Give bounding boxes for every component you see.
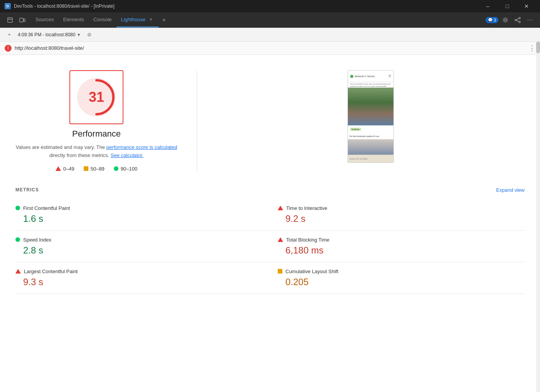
tab-close-icon[interactable]: ✕ — [148, 17, 154, 23]
metric-fcp-header: First Contentful Paint — [15, 205, 255, 211]
tabs-container: Sources Elements Console Lighthouse ✕ + — [31, 12, 483, 27]
legend-item-90-100: 90–100 — [114, 166, 137, 172]
metrics-section: METRICS Expand view First Contentful Pai… — [15, 183, 525, 298]
legend-item-50-89: 50–89 — [84, 166, 105, 172]
tab-console[interactable]: Console — [89, 12, 116, 27]
metric-lcp-header: Largest Contentful Paint — [15, 269, 255, 274]
metric-tti-dot — [278, 206, 283, 210]
address-bar: + 4:09:36 PM - localhost:8080 ▼ ⊘ — [0, 28, 540, 42]
settings-icon[interactable] — [500, 15, 511, 25]
metric-cls-name: Cumulative Layout Shift — [285, 269, 338, 274]
tab-lighthouse[interactable]: Lighthouse ✕ — [116, 12, 159, 27]
tab-elements[interactable]: Elements — [59, 12, 89, 27]
device-toolbar-icon[interactable] — [17, 15, 28, 25]
stop-button[interactable]: ⊘ — [85, 30, 94, 39]
new-tab-button[interactable]: + — [5, 30, 14, 39]
metric-si: Speed Index 2.8 s — [15, 231, 270, 262]
tab-bar: Sources Elements Console Lighthouse ✕ + … — [0, 12, 540, 28]
metric-lcp-dot — [15, 269, 21, 274]
screenshot-area: MARGIE'S TRAVEL ☰ Discover beautiful Cor… — [216, 70, 525, 163]
screenshot-tagline: Discover beautiful Corsica, where stunni… — [348, 82, 393, 88]
metric-cls: Cumulative Layout Shift 0.205 — [270, 262, 525, 294]
metric-cls-dot — [278, 269, 282, 274]
metric-fcp-value: 1.6 s — [15, 213, 255, 224]
screenshot-mid: bookings — [348, 125, 393, 133]
svg-point-5 — [503, 18, 508, 22]
metric-tti-name: Time to Interactive — [286, 205, 327, 211]
add-tab-button[interactable]: + — [159, 12, 169, 27]
metric-cls-header: Cumulative Layout Shift — [278, 269, 517, 274]
legend-range-good: 90–100 — [121, 166, 137, 172]
notification-badge[interactable]: 💬 3 — [486, 17, 498, 23]
legend-circle-icon — [114, 166, 118, 171]
more-options-icon[interactable]: ⋯ — [525, 15, 535, 25]
score-left: 31 Performance Values are estimated and … — [15, 70, 177, 172]
legend: 0–49 50–89 90–100 — [56, 166, 137, 172]
title-bar: D DevTools - localhost:8080/travel-site/… — [0, 0, 540, 12]
title-bar-text: DevTools - localhost:8080/travel-site/ -… — [14, 3, 476, 9]
devtools-icon: D — [5, 3, 11, 9]
title-bar-controls: – □ ✕ — [479, 0, 535, 12]
svg-point-8 — [519, 21, 520, 23]
legend-triangle-icon — [56, 166, 61, 171]
main-content: 31 Performance Values are estimated and … — [0, 55, 540, 392]
svg-rect-3 — [24, 19, 25, 22]
metric-si-dot — [15, 237, 20, 242]
metrics-header: METRICS Expand view — [15, 187, 525, 193]
screenshot-logo — [350, 75, 353, 78]
expand-view-button[interactable]: Expand view — [496, 187, 525, 193]
tab-sources-label: Sources — [35, 17, 54, 22]
url-more-icon[interactable]: ⋮ — [528, 44, 535, 52]
legend-range-ok: 50–89 — [91, 166, 105, 172]
calculator-link[interactable]: See calculator. — [111, 152, 143, 158]
share-icon[interactable] — [512, 15, 523, 25]
legend-range-bad: 0–49 — [63, 166, 74, 172]
scrollbar-track[interactable] — [536, 42, 540, 392]
site-screenshot: MARGIE'S TRAVEL ☰ Discover beautiful Cor… — [348, 70, 394, 163]
restore-button[interactable]: □ — [498, 0, 516, 12]
screenshot-cta: Our best destination guides for you — [348, 133, 393, 139]
performance-score-link[interactable]: performance score is calculated — [106, 144, 177, 150]
svg-rect-2 — [20, 18, 23, 22]
security-icon: ! — [5, 45, 12, 52]
close-button[interactable]: ✕ — [518, 0, 535, 12]
metric-lcp-value: 9.3 s — [15, 277, 255, 287]
metrics-title: METRICS — [15, 187, 39, 193]
legend-item-0-49: 0–49 — [56, 166, 74, 172]
metric-cls-value: 0.205 — [278, 277, 517, 287]
metric-lcp-name: Largest Contentful Paint — [24, 269, 78, 274]
metric-fcp-dot — [15, 206, 20, 210]
metric-tti-header: Time to Interactive — [278, 205, 517, 211]
metric-tbt-value: 6,180 ms — [278, 245, 517, 256]
metric-si-header: Speed Index — [15, 237, 255, 243]
svg-line-10 — [516, 20, 519, 22]
svg-point-7 — [519, 17, 520, 19]
score-number: 31 — [89, 89, 104, 105]
minimize-button[interactable]: – — [479, 0, 497, 12]
tab-console-label: Console — [93, 17, 112, 22]
screenshot-image — [348, 88, 393, 125]
svg-point-4 — [504, 19, 506, 21]
metrics-grid: First Contentful Paint 1.6 s Time to Int… — [15, 199, 525, 294]
metric-si-name: Speed Index — [23, 237, 51, 243]
metric-tbt-header: Total Blocking Time — [278, 237, 517, 243]
time-display: 4:09:36 PM - localhost:8080 ▼ — [18, 32, 81, 37]
metric-tbt-dot — [278, 237, 283, 242]
metric-tti: Time to Interactive 9.2 s — [270, 199, 525, 231]
tab-lighthouse-label: Lighthouse — [121, 17, 146, 22]
screenshot-header: MARGIE'S TRAVEL ☰ — [348, 71, 393, 82]
url-text: http://localhost:8080/travel-site/ — [15, 45, 525, 51]
notification-count: 3 — [494, 18, 496, 22]
scrollbar-thumb[interactable] — [536, 42, 540, 53]
metric-tbt-name: Total Blocking Time — [286, 237, 329, 243]
screenshot-footer: Instagram hills and villages — [348, 155, 393, 162]
metric-tti-value: 9.2 s — [278, 213, 517, 224]
metric-tbt: Total Blocking Time 6,180 ms — [270, 231, 525, 262]
tab-elements-label: Elements — [63, 17, 84, 22]
tab-bar-right: 💬 3 ⋯ — [483, 12, 538, 27]
performance-score-card: 31 — [69, 70, 123, 124]
tab-sources[interactable]: Sources — [31, 12, 59, 27]
tab-bar-left — [2, 12, 31, 27]
inspect-icon[interactable] — [5, 15, 15, 25]
score-section: 31 Performance Values are estimated and … — [15, 63, 525, 183]
